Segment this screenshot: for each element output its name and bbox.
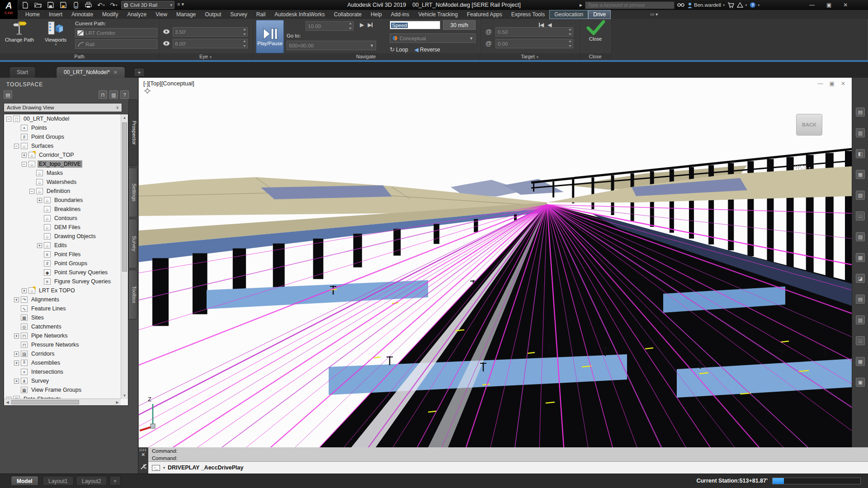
new-file-icon[interactable] xyxy=(21,1,29,9)
side-toolbar-icon[interactable]: ◧ xyxy=(856,149,865,158)
collapse-box-icon[interactable]: − xyxy=(6,117,11,122)
ribbon-tab-output[interactable]: Output xyxy=(200,10,226,19)
vp-minimize-icon[interactable]: — xyxy=(818,80,823,87)
speed-field[interactable]: Speed xyxy=(390,21,440,29)
scroll-up-icon[interactable]: ▲ xyxy=(121,114,128,121)
tree-item-definition[interactable]: −⌂Definition xyxy=(4,187,121,196)
redo-dropdown-caret-icon[interactable]: ▾ xyxy=(116,3,118,7)
new-drawing-tab-button[interactable]: + xyxy=(134,68,145,77)
viewcube[interactable]: BACK xyxy=(796,114,822,136)
tree-horizontal-scrollbar[interactable]: ◀ ▶ xyxy=(4,399,121,405)
spinner-arrows[interactable] xyxy=(242,28,246,35)
change-path-button[interactable]: Change Path xyxy=(3,20,36,52)
spinner-arrows[interactable] xyxy=(242,40,246,47)
ribbon-tab-analyze[interactable]: Analyze xyxy=(123,10,151,19)
viewport-controls-label[interactable]: [-][Top][Conceptual] xyxy=(143,80,194,87)
layout-tab-layout1[interactable]: Layout1 xyxy=(42,476,74,486)
tree-item-breaklines[interactable]: +⌂Breaklines xyxy=(4,205,121,214)
search-input[interactable] xyxy=(585,1,675,9)
ribbon-tab-manage[interactable]: Manage xyxy=(172,10,200,19)
infocenter-expand-icon[interactable]: ▸ xyxy=(580,2,582,8)
ribbon-tab-view[interactable]: View xyxy=(151,10,172,19)
open-file-icon[interactable] xyxy=(33,1,42,9)
vp-close-icon[interactable]: ✕ xyxy=(841,80,845,87)
ribbon-tab-modify[interactable]: Modify xyxy=(98,10,123,19)
side-toolbar-icon[interactable]: □ xyxy=(856,211,865,221)
scroll-right-icon[interactable]: ▶ xyxy=(114,399,121,406)
scroll-thumb[interactable] xyxy=(122,122,127,272)
save-as-icon[interactable] xyxy=(59,1,67,9)
tree-item-watersheds[interactable]: +⌂Watersheds xyxy=(4,178,121,187)
current-path-field[interactable]: LRT Corridor xyxy=(75,28,157,38)
ribbon-display-toggle[interactable]: ▭ ▾ xyxy=(646,10,661,19)
viewports-button[interactable]: Viewports ▾ xyxy=(39,20,72,52)
side-toolbar-icon[interactable]: ▩ xyxy=(856,253,865,262)
step-increment-field[interactable]: 10.00 xyxy=(306,21,354,31)
rail-path-field[interactable]: Rail xyxy=(75,39,157,49)
eye-offset-field[interactable]: 3.50' xyxy=(173,27,248,37)
station-progress-bar[interactable] xyxy=(772,478,861,484)
expand-box-icon[interactable]: + xyxy=(14,333,19,338)
expand-box-icon[interactable]: + xyxy=(14,297,19,302)
spinner-arrows[interactable] xyxy=(568,40,572,47)
eye-height-field[interactable]: 8.00' xyxy=(173,39,248,48)
wrench-icon[interactable] xyxy=(140,464,146,470)
side-toolbar-icon[interactable]: ▤ xyxy=(856,295,865,304)
side-toolbar-icon[interactable]: ▧ xyxy=(856,191,865,200)
side-toolbar-icon[interactable]: ◪ xyxy=(856,274,865,283)
ribbon-tab-insert[interactable]: Insert xyxy=(44,10,67,19)
tree-item-sites[interactable]: +▦Sites xyxy=(4,313,121,322)
tree-item-lrt-ex-topo[interactable]: +⌂LRT Ex TOPO xyxy=(4,286,121,295)
side-toolbar-icon[interactable]: □ xyxy=(856,336,865,345)
side-toolbar-icon[interactable]: ▤ xyxy=(856,108,865,117)
tree-item-view-frame-groups[interactable]: +▦View Frame Groups xyxy=(4,385,121,394)
new-layout-button[interactable]: + xyxy=(109,476,121,486)
play-pause-button[interactable]: Play/Pause xyxy=(256,20,284,53)
window-restore-button[interactable]: ▣ xyxy=(826,2,831,8)
expand-box-icon[interactable]: + xyxy=(14,352,19,357)
help-icon[interactable]: ?▾ xyxy=(750,2,760,8)
redo-icon[interactable]: ↷▾ xyxy=(109,1,118,9)
drawing-viewport[interactable]: Z [-][Top][Conceptual] — ▣ ✕ BACK WCS ▾ xyxy=(138,78,852,447)
side-toolbar-icon[interactable]: ▥ xyxy=(856,315,865,324)
search-icon[interactable] xyxy=(677,2,684,8)
tree-item-ex-topo-drive[interactable]: −⌂EX_topo_DRIVE xyxy=(4,160,121,169)
expand-box-icon[interactable]: + xyxy=(14,379,19,384)
ribbon-tab-rail[interactable]: Rail xyxy=(252,10,270,19)
undo-dropdown-caret-icon[interactable]: ▾ xyxy=(103,3,105,7)
plot-mobile-icon[interactable] xyxy=(71,1,80,9)
tree-item-alignments[interactable]: +↷Alignments xyxy=(4,295,121,304)
tree-item-corridors[interactable]: +▨Corridors xyxy=(4,349,121,358)
ribbon-tab-featured-apps[interactable]: Featured Apps xyxy=(462,10,507,19)
goto-station-dropdown[interactable]: 500+00.00 ▼ xyxy=(287,41,376,50)
toolspace-tab-toolbox[interactable]: Toolbox xyxy=(128,270,137,319)
wcs-selector[interactable]: WCS ▾ xyxy=(795,164,811,170)
undo-icon[interactable]: ↶▾ xyxy=(97,1,105,9)
close-panel-label[interactable]: Close xyxy=(580,53,611,60)
command-input-line[interactable]: ›_ ▾ DRIVEPLAY _AeccDrivePlay xyxy=(148,462,868,474)
target-height-field[interactable]: 0.00 xyxy=(495,39,573,48)
schema-icon[interactable]: ⊓ xyxy=(99,90,107,99)
tree-item-masks[interactable]: +⌂Masks xyxy=(4,169,121,178)
ribbon-tab-home[interactable]: Home xyxy=(21,10,44,19)
command-close-icon[interactable]: ✕ xyxy=(141,452,145,458)
tree-item-surfaces[interactable]: −⌂Surfaces xyxy=(4,141,121,150)
tree-item-pressure-networks[interactable]: +⊓Pressure Networks xyxy=(4,340,121,349)
workspace-selector[interactable]: Civil 3D Rail ▾ xyxy=(121,1,175,9)
tree-item-survey[interactable]: +⋔Survey xyxy=(4,376,121,385)
side-toolbar-icon[interactable]: ▥ xyxy=(856,128,865,137)
tree-item-catchments[interactable]: +◎Catchments xyxy=(4,322,121,331)
expand-box-icon[interactable]: + xyxy=(37,243,42,248)
drawing-tab-active[interactable]: 00_LRT_NoModel*✕ xyxy=(56,66,125,78)
application-menu-button[interactable]: A C3D xyxy=(0,0,18,19)
command-history[interactable]: Command: Command: xyxy=(148,447,868,462)
toolspace-tab-survey[interactable]: Survey xyxy=(128,219,137,268)
tree-item-figure-survey-queries[interactable]: +≡Figure Survey Queries xyxy=(4,277,121,286)
tree-item-point-files[interactable]: +≡Point Files xyxy=(4,250,121,259)
tree-item-boundaries[interactable]: +⌂Boundaries xyxy=(4,196,121,205)
layout-tab-layout2[interactable]: Layout2 xyxy=(76,476,107,486)
window-minimize-button[interactable]: — xyxy=(809,2,815,8)
tree-item-point-groups[interactable]: +#Point Groups xyxy=(4,132,121,141)
expand-box-icon[interactable]: + xyxy=(37,198,42,203)
app-store-cart-icon[interactable] xyxy=(727,2,734,8)
